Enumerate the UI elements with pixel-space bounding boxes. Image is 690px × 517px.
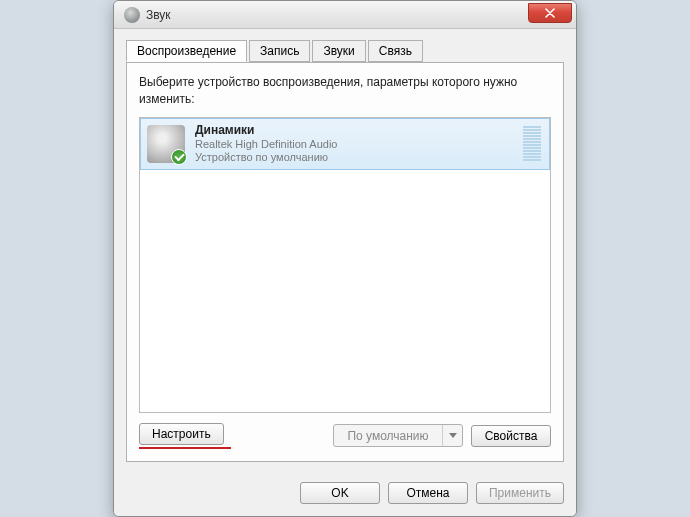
button-label: Отмена xyxy=(406,486,449,500)
close-button[interactable] xyxy=(528,3,572,23)
device-icon-wrap xyxy=(147,125,185,163)
level-meter xyxy=(523,126,543,161)
dialog-footer: OK Отмена Применить xyxy=(114,472,576,516)
cancel-button[interactable]: Отмена xyxy=(388,482,468,504)
tab-playback[interactable]: Воспроизведение xyxy=(126,40,247,62)
window-title: Звук xyxy=(146,8,171,22)
checkmark-icon xyxy=(171,149,187,165)
tab-label: Связь xyxy=(379,44,412,58)
dropdown-label: По умолчанию xyxy=(334,429,442,443)
button-label: OK xyxy=(331,486,348,500)
highlight-underline xyxy=(139,447,231,449)
properties-button[interactable]: Свойства xyxy=(471,425,551,447)
button-label: Свойства xyxy=(485,429,538,443)
chevron-down-icon xyxy=(442,425,462,446)
configure-group: Настроить xyxy=(139,423,231,449)
tab-sounds[interactable]: Звуки xyxy=(312,40,365,62)
tab-label: Запись xyxy=(260,44,299,58)
device-list[interactable]: Динамики Realtek High Definition Audio У… xyxy=(139,117,551,413)
apply-button[interactable]: Применить xyxy=(476,482,564,504)
button-label: Настроить xyxy=(152,427,211,441)
close-icon xyxy=(545,8,555,18)
tab-label: Звуки xyxy=(323,44,354,58)
device-text: Динамики Realtek High Definition Audio У… xyxy=(195,123,523,166)
tab-recording[interactable]: Запись xyxy=(249,40,310,62)
speaker-icon xyxy=(124,7,140,23)
titlebar[interactable]: Звук xyxy=(114,1,576,29)
sound-dialog: Звук Воспроизведение Запись Звуки Связь … xyxy=(113,0,577,516)
device-subtitle: Realtek High Definition Audio xyxy=(195,138,523,152)
device-status: Устройство по умолчанию xyxy=(195,151,523,165)
device-name: Динамики xyxy=(195,123,523,138)
tab-communications[interactable]: Связь xyxy=(368,40,423,62)
device-item-speakers[interactable]: Динамики Realtek High Definition Audio У… xyxy=(140,118,550,171)
tab-content: Выберите устройство воспроизведения, пар… xyxy=(126,62,564,461)
tab-label: Воспроизведение xyxy=(137,44,236,58)
tab-strip: Воспроизведение Запись Звуки Связь xyxy=(126,40,564,63)
button-label: Применить xyxy=(489,486,551,500)
instruction-text: Выберите устройство воспроизведения, пар… xyxy=(139,74,551,106)
ok-button[interactable]: OK xyxy=(300,482,380,504)
configure-button[interactable]: Настроить xyxy=(139,423,224,445)
dialog-body: Воспроизведение Запись Звуки Связь Выбер… xyxy=(114,29,576,471)
tab-button-row: Настроить По умолчанию Свойства xyxy=(139,423,551,449)
default-dropdown[interactable]: По умолчанию xyxy=(333,424,463,447)
